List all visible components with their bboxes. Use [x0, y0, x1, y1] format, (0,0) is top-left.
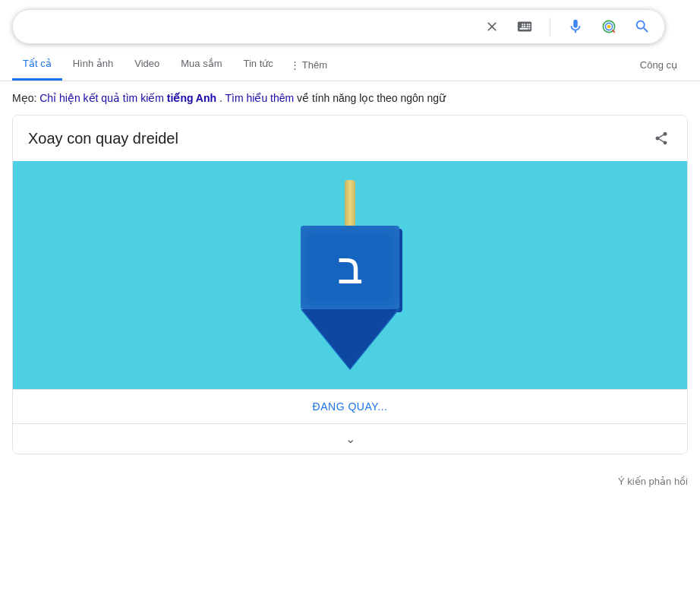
search-button[interactable] [631, 15, 654, 38]
dreidel-bottom [301, 309, 399, 370]
dreidel-top [301, 226, 399, 309]
tab-video[interactable]: Video [124, 49, 170, 81]
more-label: Thêm [302, 59, 327, 71]
lens-icon [601, 18, 617, 35]
svg-point-1 [607, 25, 611, 29]
share-icon [654, 131, 669, 146]
tab-shopping[interactable]: Mua sắm [170, 49, 232, 81]
search-bar-area: Dreidel [0, 0, 700, 44]
dreidel-area[interactable] [13, 161, 687, 389]
clear-button[interactable] [481, 16, 503, 37]
spinning-status: ĐANG QUAY... [13, 389, 687, 423]
more-dots-icon: ⋮ [290, 59, 300, 71]
search-input[interactable]: Dreidel [24, 20, 481, 33]
tab-all[interactable]: Tất cả [12, 49, 62, 81]
voice-search-button[interactable] [564, 15, 587, 38]
tip-link2[interactable]: Tìm hiểu thêm [225, 92, 295, 104]
footer: Ý kiến phản hồi [0, 470, 700, 493]
card-header: Xoay con quay dreidel [13, 115, 687, 161]
microphone-icon [567, 18, 584, 35]
tip-link1[interactable]: Chỉ hiện kết quả tìm kiếm tiếng Anh [39, 92, 219, 104]
lens-button[interactable] [598, 15, 620, 38]
keyboard-button[interactable] [513, 15, 536, 38]
expand-button[interactable]: ⌄ [13, 423, 687, 454]
clear-icon [484, 19, 500, 34]
dreidel-stick [345, 180, 355, 226]
dreidel-card: Xoay con quay dreidel ĐANG QUAY... ⌄ [12, 115, 688, 454]
share-button[interactable] [651, 128, 672, 149]
card-title: Xoay con quay dreidel [28, 130, 178, 147]
tools-tab[interactable]: Công cụ [629, 50, 688, 80]
feedback-link[interactable]: Ý kiến phản hồi [618, 476, 688, 487]
tab-news[interactable]: Tin tức [232, 49, 283, 81]
dreidel-wrapper [301, 180, 399, 370]
tip-bar: Mẹo: Chỉ hiện kết quả tìm kiếm tiếng Anh… [0, 81, 700, 115]
tip-suffix: về tính năng lọc theo ngôn ngữ [297, 92, 446, 104]
search-icons [481, 15, 654, 38]
chevron-down-icon: ⌄ [345, 432, 355, 445]
tip-prefix: Mẹo: [12, 92, 36, 104]
search-divider [550, 17, 550, 36]
search-bar: Dreidel [12, 9, 665, 44]
nav-tabs: Tất cả Hình ảnh Video Mua sắm Tin tức ⋮ … [0, 49, 700, 81]
more-tabs[interactable]: ⋮ Thêm [284, 50, 333, 80]
search-icon [634, 18, 651, 35]
keyboard-icon [516, 18, 533, 35]
tab-images[interactable]: Hình ảnh [62, 49, 125, 81]
tip-separator: . [219, 92, 222, 104]
